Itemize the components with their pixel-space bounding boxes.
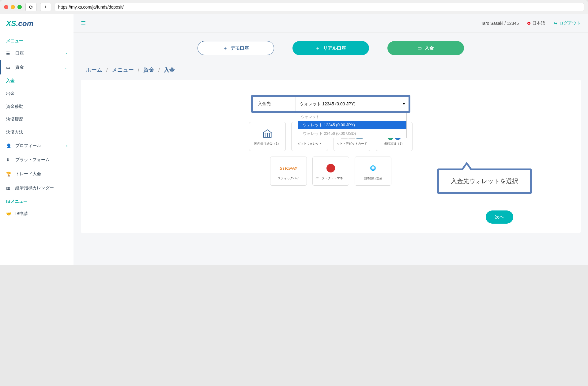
user-icon: 👤 [6,143,12,148]
chevron-down-icon: ⌄ [64,65,67,70]
list-icon: ☰ [6,51,12,56]
logout-icon: ↪ [554,21,557,26]
menu-section-header-ib: IBメニュー [0,195,74,207]
dropdown-group-label: ウォレット [298,113,406,121]
menu-section-header: メニュー [0,35,74,46]
method-perfect-money[interactable]: パーフェクト・マネー [312,157,349,186]
method-intl-bank[interactable]: 🌐 国際銀行送金 [355,157,391,186]
next-button[interactable]: 次へ [486,210,513,224]
sidebar-item-platform[interactable]: ⬇ プラットフォーム [0,153,74,167]
perfect-money-icon [326,162,335,174]
close-window-icon[interactable] [4,5,8,9]
wallet-icon: ▭ [6,65,12,70]
method-label: 国際銀行送金 [364,176,382,180]
user-info[interactable]: Taro Sasaki / 12345 [481,21,519,26]
sidebar-sub-history[interactable]: 決済履歴 [0,113,74,126]
sidebar: XS.com メニュー ☰ 口座 ‹ ▭ 資金 ⌄ 入金 出金 資金移動 決済履… [0,14,74,265]
traffic-lights [4,5,22,9]
bank-icon [262,127,273,140]
sidebar-item-calendar[interactable]: ▦ 経済指標カレンダー [0,181,74,195]
chevron-left-icon: ‹ [66,144,67,148]
breadcrumb-home[interactable]: ホーム [86,67,102,73]
url-bar[interactable] [55,3,584,11]
plus-icon: ＋ [315,45,320,51]
svg-marker-2 [263,130,272,133]
download-icon: ⬇ [6,157,12,162]
method-label: 国内銀行送金（1） [254,142,281,146]
sticpay-logo-icon: STICPAY [280,162,298,174]
dropdown-option[interactable]: ウォレット 23456 (0.00 USD) [298,129,406,138]
method-domestic-bank[interactable]: 国内銀行送金（1） [249,122,286,151]
breadcrumb-current: 入金 [164,67,175,73]
destination-selector-highlight: 入金先 ウォレット 12345 (0.00 JPY) ウォレット ウォレット 1… [251,95,410,113]
sidebar-label: IB申請 [15,211,28,217]
method-sticpay[interactable]: STICPAY スティックペイ [270,157,307,186]
trophy-icon: 🏆 [6,172,12,176]
sidebar-sub-deposit[interactable]: 入金 [0,74,74,87]
topbar: ☰ Taro Sasaki / 12345 日本語 ↪ ログアウト [74,14,588,32]
action-row: ＋ デモ口座 ＋ リアル口座 ▭ 入金 [74,32,588,64]
hamburger-icon[interactable]: ☰ [81,20,86,27]
sidebar-label: プロフィール [15,143,41,149]
sidebar-item-accounts[interactable]: ☰ 口座 ‹ [0,46,74,60]
new-tab-button[interactable]: + [40,3,51,11]
method-label: パーフェクト・マネー [315,176,346,180]
main-content: ☰ Taro Sasaki / 12345 日本語 ↪ ログアウト ＋ デモ口座… [74,14,588,265]
logout-button[interactable]: ↪ ログアウト [554,21,581,26]
sidebar-item-contest[interactable]: 🏆 トレード大会 [0,167,74,181]
button-label: 入金 [425,45,434,51]
card-icon: ▭ [417,45,422,51]
logo[interactable]: XS.com [0,14,74,35]
method-label: ット・デビットカード [337,142,367,146]
real-account-button[interactable]: ＋ リアル口座 [292,41,369,55]
callout-arrow-icon [461,162,473,170]
language-label: 日本語 [532,21,545,26]
calendar-icon: ▦ [6,186,12,191]
method-label: ビットウォレット [297,142,322,146]
dropdown-option[interactable]: ウォレット 12345 (0.00 JPY) [298,121,406,129]
chevron-left-icon: ‹ [66,51,67,55]
svg-text:XS.com: XS.com [6,19,33,28]
breadcrumb-menu[interactable]: メニュー [112,67,134,73]
maximize-window-icon[interactable] [17,5,22,9]
sidebar-label: 資金 [15,65,24,70]
sidebar-sub-withdraw[interactable]: 出金 [0,87,74,100]
destination-dropdown: ウォレット ウォレット 12345 (0.00 JPY) ウォレット 23456… [298,113,407,138]
reload-button[interactable]: ⟳ [25,3,36,11]
breadcrumb-sep: / [138,67,139,73]
breadcrumb-funds[interactable]: 資金 [143,67,154,73]
sidebar-item-funds[interactable]: ▭ 資金 ⌄ [0,60,74,74]
handshake-icon: 🤝 [6,211,12,216]
sidebar-sub-methods[interactable]: 決済方法 [0,126,74,139]
minimize-window-icon[interactable] [11,5,15,9]
sidebar-label: 経済指標カレンダー [15,185,54,191]
method-label: 仮想通貨（1） [384,142,404,146]
sidebar-item-profile[interactable]: 👤 プロフィール ‹ [0,139,74,153]
plus-icon: ＋ [223,45,228,51]
sidebar-label: トレード大会 [15,171,41,177]
breadcrumb-sep: / [158,67,160,73]
demo-account-button[interactable]: ＋ デモ口座 [198,41,274,55]
japan-flag-icon [527,22,530,25]
destination-label: 入金先 [253,97,296,111]
breadcrumb-sep: / [106,67,108,73]
sidebar-label: プラットフォーム [15,157,50,163]
deposit-panel: 入金先 ウォレット 12345 (0.00 JPY) ウォレット ウォレット 1… [81,80,581,233]
button-label: リアル口座 [323,45,346,51]
callout-text: 入金先ウォレットを選択 [451,178,518,184]
globe-bank-icon: 🌐 [370,162,376,174]
deposit-button[interactable]: ▭ 入金 [387,41,464,55]
sidebar-sub-transfer[interactable]: 資金移動 [0,100,74,113]
destination-select[interactable]: ウォレット 12345 (0.00 JPY) [296,97,359,111]
instruction-callout: 入金先ウォレットを選択 [437,168,532,194]
sidebar-item-ib[interactable]: 🤝 IB申請 [0,207,74,221]
language-selector[interactable]: 日本語 [527,21,545,26]
breadcrumb: ホーム / メニュー / 資金 / 入金 [74,64,588,80]
sidebar-label: 口座 [15,51,24,56]
browser-chrome: ⟳ + [0,0,588,14]
logout-label: ログアウト [559,21,581,26]
method-label: スティックペイ [278,176,299,180]
button-label: デモ口座 [231,45,249,51]
